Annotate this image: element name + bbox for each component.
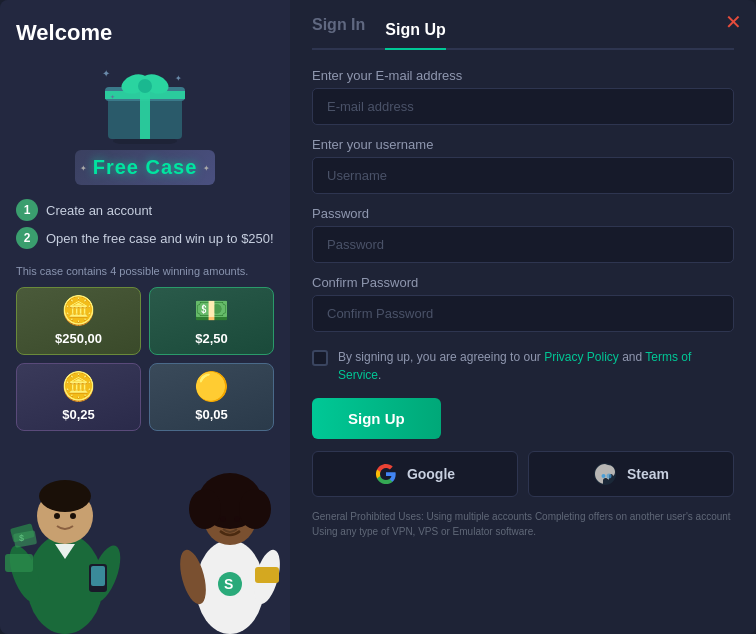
svg-point-13 [39,480,91,512]
confirm-password-input[interactable] [312,295,734,332]
case-info: This case contains 4 possible winning am… [16,265,274,277]
close-button[interactable]: ✕ [725,12,742,32]
footer-text: General Prohibited Uses: Using multiple … [312,509,734,539]
svg-rect-20 [91,566,105,586]
character-right-icon: S [175,449,285,634]
terms-label: By signing up, you are agreeing to our P… [338,348,734,384]
checkbox-text-mid: and [619,350,645,364]
prize-card-2: 💵 $2,50 [149,287,274,355]
svg-point-32 [220,516,226,522]
tabs-container: Sign In Sign Up [312,16,734,50]
step-1-number: 1 [16,199,38,221]
svg-text:S: S [224,576,233,592]
svg-point-33 [234,516,240,522]
right-panel: Sign In Sign Up Enter your E-mail addres… [290,0,756,634]
tab-signup[interactable]: Sign Up [385,16,445,50]
google-label: Google [407,466,455,482]
free-case-text: Free Case [93,156,198,178]
checkbox-text-before: By signing up, you are agreeing to our [338,350,544,364]
free-case-banner: Free Case [75,150,216,185]
svg-text:✦: ✦ [102,68,110,79]
step-1: 1 Create an account [16,199,274,221]
password-label: Password [312,206,734,221]
prize-card-4: 🟡 $0,05 [149,363,274,431]
step-2-number: 2 [16,227,38,249]
svg-point-30 [189,489,221,529]
step-2-text: Open the free case and win up to $250! [46,231,274,246]
gift-icon: ✦ ✦ ✦ [100,59,190,144]
terms-checkbox[interactable] [312,350,328,366]
privacy-policy-link[interactable]: Privacy Policy [544,350,619,364]
svg-text:✦: ✦ [175,74,182,83]
svg-point-39 [606,474,611,479]
email-input[interactable] [312,88,734,125]
prize-card-3: 🪙 $0,25 [16,363,141,431]
tab-signin[interactable]: Sign In [312,16,365,38]
step-1-text: Create an account [46,203,152,218]
prize-emoji-4: 🟡 [194,370,229,403]
prize-emoji-2: 💵 [194,294,229,327]
steam-signin-button[interactable]: Steam [528,451,734,497]
username-group: Enter your username [312,137,734,194]
prize-amount-2: $2,50 [195,331,228,346]
prize-amount-3: $0,25 [62,407,95,422]
username-label: Enter your username [312,137,734,152]
signup-button[interactable]: Sign Up [312,398,441,439]
svg-point-38 [601,474,605,478]
svg-text:✦: ✦ [110,94,115,100]
username-input[interactable] [312,157,734,194]
svg-text:$: $ [19,533,24,543]
confirm-password-group: Confirm Password [312,275,734,332]
steps-container: 1 Create an account 2 Open the free case… [16,199,274,255]
prize-card-1: 🪙 $250,00 [16,287,141,355]
password-group: Password [312,206,734,263]
steam-icon [593,462,617,486]
email-label: Enter your E-mail address [312,68,734,83]
welcome-title: Welcome [16,20,112,46]
character-left-icon: $ [5,444,125,634]
left-panel: Welcome ✦ ✦ [0,0,290,634]
svg-point-7 [138,79,152,93]
steam-label: Steam [627,466,669,482]
svg-point-15 [70,513,76,519]
svg-rect-35 [255,567,279,583]
prize-grid: 🪙 $250,00 💵 $2,50 🪙 $0,25 🟡 $0,05 [16,287,274,431]
social-buttons-container: Google Steam [312,451,734,497]
prize-amount-1: $250,00 [55,331,102,346]
characters-illustration: $ S [0,434,290,634]
email-group: Enter your E-mail address [312,68,734,125]
svg-rect-17 [5,554,33,572]
svg-point-31 [239,489,271,529]
google-signin-button[interactable]: Google [312,451,518,497]
checkbox-text-after: . [378,368,381,382]
prize-amount-4: $0,05 [195,407,228,422]
confirm-password-label: Confirm Password [312,275,734,290]
step-2: 2 Open the free case and win up to $250! [16,227,274,249]
password-input[interactable] [312,226,734,263]
prize-emoji-3: 🪙 [61,370,96,403]
gift-box-area: ✦ ✦ ✦ [85,56,205,146]
terms-checkbox-row: By signing up, you are agreeing to our P… [312,348,734,384]
svg-point-14 [54,513,60,519]
google-icon [375,463,397,485]
prize-emoji-1: 🪙 [61,294,96,327]
modal-container: ✕ Welcome [0,0,756,634]
